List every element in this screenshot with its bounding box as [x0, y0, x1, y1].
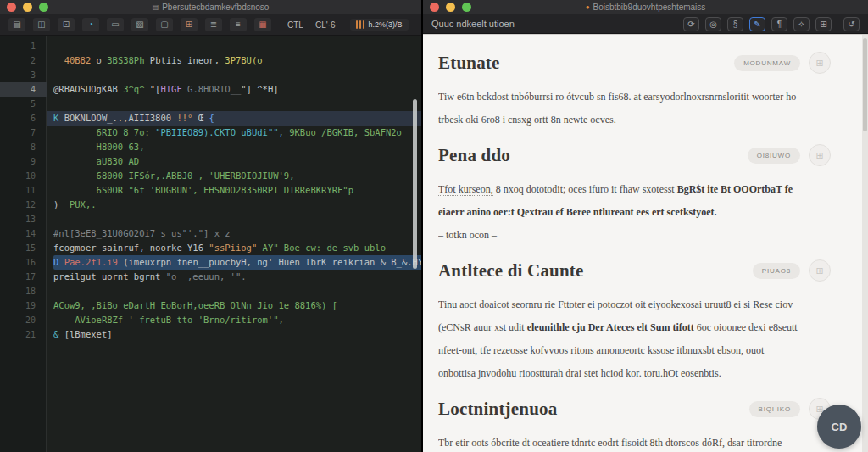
line-number: 14 — [0, 226, 47, 241]
section-tag-badge[interactable]: MODUNMAW — [734, 55, 800, 71]
line-number: 21 — [0, 327, 47, 342]
code-line[interactable]: K BOKNLOOW_..,AIII3800 !!° Œ { — [47, 111, 421, 126]
preview-toolbar: Quuc ndkeelt utioen ⟳◎§✎¶✧⊞↺ — [423, 14, 868, 34]
code-row: 8 H8000 63, — [0, 140, 421, 154]
editor-toolbar-button-2[interactable]: ◫ — [33, 18, 50, 31]
code-line[interactable]: 6RIO 8 7o: "PBIIEO89).CKTO uBUdi"", 9KBu… — [47, 126, 421, 140]
preview-toolbar-button-4[interactable]: ✎ — [749, 17, 765, 31]
editor-toolbar-text-button-1[interactable]: CTL — [286, 20, 305, 30]
code-token: o — [91, 55, 107, 65]
code-line[interactable]: fcogmoer sainruf, noorke Y16 "ssPiiog" A… — [47, 241, 421, 255]
code-line[interactable] — [47, 97, 421, 111]
section-header: Antltece di CauntePIUAO8⊞ — [438, 259, 831, 282]
section-header: LoctnintjenuoaBIQI IKO⊞ — [438, 398, 831, 420]
code-token: preilgut uornt bgrnt — [53, 271, 166, 282]
code-line[interactable]: preilgut uornt bgrnt "o__,eeuun, '". — [47, 270, 421, 284]
section-tag-badge[interactable]: BIQI IKO — [749, 401, 800, 417]
section-menu-button[interactable]: ⊞ — [809, 52, 831, 74]
code-row: 15fcogmoer sainruf, noorke Y16 "ssPiiog"… — [0, 241, 421, 255]
close-button[interactable] — [430, 3, 439, 12]
activity-monitor[interactable]: h.2%(3)/B — [350, 19, 409, 31]
code-line[interactable] — [47, 68, 421, 82]
section-heading: Pena ddo — [438, 145, 510, 166]
text-segment: nfeet-ontwit rimxn cn exxe — [438, 344, 475, 356]
code-line[interactable] — [47, 39, 421, 53]
section-tag-badge[interactable]: PIUAO8 — [753, 263, 800, 279]
paragraph-line: Tiw e6tn bckdost tnbóburrsi ro ótvcub sn… — [438, 86, 831, 109]
zoom-button[interactable] — [462, 3, 471, 12]
inline-link[interactable]: earsyodorlnoxrsnrnsloritit — [643, 91, 749, 103]
editor-toolbar-button-11[interactable]: ▦ — [254, 18, 271, 31]
code-line[interactable]: & [lBmexet] — [47, 327, 421, 342]
editor-scrollbar-thumb[interactable] — [413, 99, 417, 269]
editor-toolbar-button-6[interactable]: ▧ — [131, 18, 148, 31]
code-token: 40B82 — [64, 55, 92, 65]
preview-toolbar-button-2[interactable]: ◎ — [705, 17, 721, 31]
preview-toolbar-button-6[interactable]: ✧ — [793, 17, 810, 31]
line-number: 12 — [0, 198, 47, 212]
code-line[interactable]: ) PUX,. — [47, 198, 421, 212]
editor-toolbar-text-button-2[interactable]: CL'·6 — [314, 20, 337, 30]
minimize-button[interactable] — [446, 3, 455, 12]
code-line[interactable]: D Pae.2f1.i9 (imeuxrpn fnen__puocbyH, ng… — [47, 255, 421, 270]
code-line[interactable]: ACow9, ,BiBo eDartH EoBorH,oeeRB OlNn Ji… — [47, 299, 421, 313]
code-row: 16D Pae.2f1.i9 (imeuxrpn fnen__puocbyH, … — [0, 255, 421, 270]
desktop: ▤ Pbersutecbdamkevfbdsnoso ▤◫⊡◔▭▧▢⊞≣≡▦ C… — [0, 0, 868, 452]
code-token: Pbtiis ineor, — [145, 55, 220, 65]
code-line[interactable]: H8000 63, — [47, 140, 421, 154]
footnote-annotation: wit rimxn cn exxe — [440, 356, 479, 362]
preview-toolbar-button-7[interactable]: ⊞ — [815, 17, 832, 31]
code-token: H8000 63, — [53, 142, 144, 152]
chat-fab-button[interactable]: CD — [817, 405, 861, 449]
preview-toolbar-button-5[interactable]: ¶ — [771, 17, 787, 31]
editor-toolbar-icons: ▤◫⊡◔▭▧▢⊞≣≡▦ — [8, 18, 271, 31]
text-segment: BgR$t ite Bt OOOrtbaT fe — [677, 183, 793, 195]
section-menu-button[interactable]: ⊞ — [809, 144, 831, 166]
editor-toolbar-button-7[interactable]: ▢ — [156, 18, 173, 31]
code-token: 68000 IFSór,.ABBJ0 , 'UHERBOIOJIUW'9, — [53, 170, 294, 181]
line-number: 3 — [0, 68, 47, 82]
section-menu-button[interactable]: ⊞ — [809, 259, 831, 282]
preview-toolbar-button-8[interactable]: ↺ — [843, 17, 860, 31]
paragraph-line: (eCNsR auur xst udit eleunithle cju Der … — [438, 316, 831, 339]
code-line[interactable]: @RBAOSUOgKAB 3^q^ "[HIGE G.8HORIO__"] ^*… — [47, 82, 421, 97]
code-row: 13 — [0, 212, 421, 226]
code-token: 6S0OR "6f 'BDGBUN', FHSN0O28350RPT DTRRe… — [53, 185, 353, 195]
editor-toolbar-button-10[interactable]: ≡ — [230, 18, 247, 31]
code-line[interactable]: #nl[3eE8_31U0GO2Oi7 s us"'."] x z — [47, 226, 421, 241]
code-token: "PBIIEO89).CKTO uBUdi"", — [155, 127, 284, 137]
code-line[interactable]: aU830 AD — [47, 154, 421, 169]
code-line[interactable]: 40B82 o 3BS38Ph Pbtiis ineor, 3P7BU(o — [47, 53, 421, 68]
editor-toolbar-button-3[interactable]: ⊡ — [58, 18, 75, 31]
zoom-button[interactable] — [39, 3, 48, 12]
doc-section: Pena ddoOI8IUWO⊞Tfot kurseon, 8 nxoq dot… — [438, 144, 831, 247]
code-line[interactable]: 6S0OR "6f 'BDGBUN', FHSN0O28350RPT DTRRe… — [47, 183, 421, 198]
code-token: & — [53, 329, 64, 339]
document-scrollbar-thumb[interactable] — [863, 38, 867, 131]
editor-toolbar-button-1[interactable]: ▤ — [8, 18, 25, 31]
code-line[interactable]: 68000 IFSór,.ABBJ0 , 'UHERBOIOJIUW'9, — [47, 169, 421, 183]
editor-toolbar-button-4[interactable]: ◔ — [82, 18, 99, 31]
close-button[interactable] — [7, 3, 16, 12]
section-tag-badge[interactable]: OI8IUWO — [748, 148, 800, 164]
editor-toolbar-button-8[interactable]: ⊞ — [181, 18, 198, 31]
minimize-button[interactable] — [23, 3, 32, 12]
unsaved-dot-icon: ● — [586, 4, 590, 11]
inline-link[interactable]: Tfot kurseon, — [438, 183, 493, 196]
line-number: 10 — [0, 169, 47, 183]
code-line[interactable]: AVioeR8Zf ' fretuB tto 'Brno/ritirom'", — [47, 313, 421, 327]
preview-toolbar-button-1[interactable]: ⟳ — [683, 17, 699, 31]
code-editor[interactable]: 12 40B82 o 3BS38Ph Pbtiis ineor, 3P7BU(o… — [0, 36, 421, 452]
code-token: #nl[3eE8_31U0GO2Oi7 s us"'."] x z — [53, 228, 231, 238]
code-row: 17preilgut uornt bgrnt "o__,eeuun, '". — [0, 270, 421, 284]
text-segment: (eCNsR auur xst udit — [438, 321, 527, 333]
preview-toolbar-button-3[interactable]: § — [727, 17, 743, 31]
code-line[interactable] — [47, 212, 421, 226]
document-scrollbar-track[interactable] — [862, 35, 868, 452]
editor-toolbar-button-5[interactable]: ▭ — [107, 18, 124, 31]
text-segment: 8 nxoq dototodit; oces ifuro it fhaw sxo… — [493, 183, 677, 195]
editor-toolbar-button-9[interactable]: ≣ — [205, 18, 222, 31]
code-row: 9 aU830 AD — [0, 154, 421, 169]
code-line[interactable] — [47, 284, 421, 299]
paragraph-line: Tbr etir oots óbcrite dt oceatiere tdnrt… — [438, 432, 831, 452]
